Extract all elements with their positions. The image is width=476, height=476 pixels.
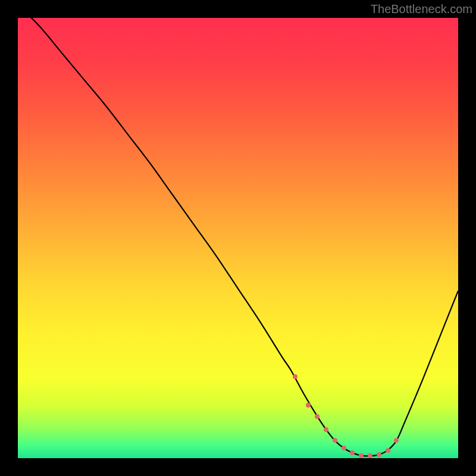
plot-area <box>18 18 458 458</box>
optimal-marker <box>386 448 390 453</box>
curve-layer <box>18 18 458 458</box>
optimal-marker <box>377 452 381 457</box>
optimal-marker <box>333 438 337 443</box>
optimal-marker <box>342 446 346 450</box>
bottleneck-curve <box>18 18 458 456</box>
optimal-marker <box>394 438 399 443</box>
optimal-marker <box>350 450 355 455</box>
optimal-marker <box>306 403 311 408</box>
watermark: TheBottleneck.com <box>371 2 472 16</box>
optimal-marker <box>293 374 298 379</box>
optimal-marker <box>324 427 328 432</box>
optimal-marker <box>368 453 372 458</box>
optimal-marker <box>359 453 364 458</box>
optimal-marker <box>315 414 320 419</box>
